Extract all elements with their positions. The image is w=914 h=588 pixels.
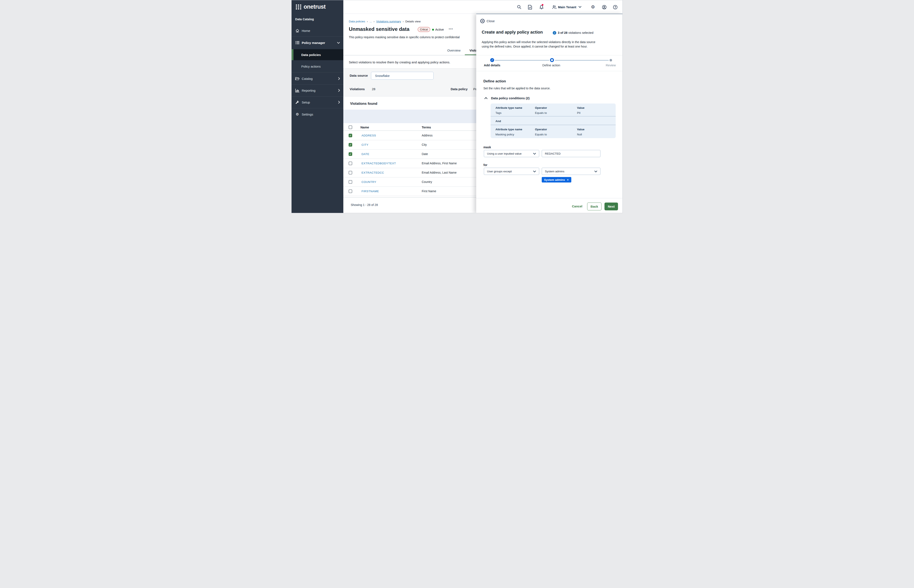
panel-description: Applying this policy action will resolve… [482,40,608,49]
define-action-heading: Define action [484,79,506,83]
sidebar-item-reporting[interactable]: Reporting [291,86,343,95]
for-selector-dropdown[interactable]: User groups except [484,168,539,175]
row-name-link[interactable]: CITY [361,143,369,146]
cond-header-op: Operator [535,106,547,110]
for-group-dropdown[interactable]: System admins [542,168,600,175]
cancel-button[interactable]: Cancel [572,204,582,208]
breadcrumb-ellipsis[interactable]: ... [369,20,372,23]
policy-manager-list-icon [295,41,299,44]
row-checkbox[interactable]: ✓ [349,143,352,147]
mask-method-dropdown[interactable]: Using a user inputted value [484,150,539,157]
page-title: Unmasked sensitive data [349,26,409,32]
chevron-right-icon [338,89,340,92]
back-button[interactable]: Back [587,202,602,210]
row-name-link[interactable]: ADDRESS [361,134,376,137]
setup-wrench-icon [295,100,299,104]
violations-count-label: Violations [349,87,365,91]
breadcrumb-separator: › [374,20,375,23]
row-terms: Country [422,180,432,184]
row-terms: City [422,143,427,146]
cond-rule2-val: Null [577,133,582,136]
notifications-bell-icon[interactable] [539,5,544,10]
row-name-link[interactable]: EXTRACTEDBODYTEXT [361,162,396,165]
sidebar-item-setup[interactable]: Setup [291,98,343,107]
chevron-down-icon [594,170,597,172]
row-checkbox[interactable] [349,162,352,165]
chip-remove-icon[interactable]: ✕ [567,178,569,181]
data-source-label: Data source [349,74,368,77]
row-name-link[interactable]: COUNTRY [361,180,376,184]
chevron-down-icon [533,153,536,155]
breadcrumb-current: Details view [406,20,421,23]
conditions-collapse-toggle[interactable]: Data policy conditions (2) [484,96,530,100]
topbar: Main Tenant ⚙ [343,0,623,14]
next-button[interactable]: Next [605,202,618,210]
product-name: Data Catalog [295,18,314,21]
for-label: for [484,163,487,166]
active-status-dot [432,29,434,31]
tenant-name[interactable]: Main Tenant [558,5,576,9]
row-checkbox[interactable] [349,171,352,174]
row-checkbox[interactable]: ✓ [349,152,352,156]
conditions-box: Attribute type name Operator Value Tags … [490,103,616,138]
sidebar-item-home[interactable]: Home [291,26,343,35]
tab-overview[interactable]: Overview [447,48,461,52]
severity-badge: Critical [418,27,430,32]
more-menu-button[interactable]: ••• [449,27,453,31]
sidebar-item-policy-manager[interactable]: Policy manager [291,38,343,47]
row-checkbox[interactable] [349,189,352,193]
policy-action-panel: Close Create and apply policy action i 3… [476,14,623,213]
helper-text: Select violations to resolve them by cre… [349,60,450,64]
document-check-icon[interactable] [528,5,532,10]
sidebar-item-data-policies[interactable]: Data policies [291,49,343,60]
policy-description: This policy requires masking sensitive d… [349,36,476,39]
step-label-review: Review [606,64,616,67]
close-arrow-icon [480,19,485,23]
settings-gear-icon: ⚙ [295,112,299,116]
sidebar: onetrust Data Catalog Home Policy manage… [291,0,343,213]
sidebar-item-settings[interactable]: ⚙ Settings [291,110,343,119]
cond-rule2-op: Equals to [535,133,547,136]
column-header-terms[interactable]: Terms [422,126,431,129]
define-action-subheading: Set the rules that will be applied to th… [484,87,551,90]
search-icon[interactable] [517,5,521,9]
row-checkbox[interactable] [349,180,352,184]
cond-join: And [495,120,501,123]
selected-group-chip: System admins ✕ [542,177,571,183]
home-icon [295,29,299,33]
close-panel-button[interactable]: Close [480,19,495,23]
mask-value-input[interactable]: REDACTED [542,150,600,157]
info-icon: i [553,31,556,35]
settings-gear-icon[interactable]: ⚙ [591,5,595,10]
breadcrumb-violations-summary[interactable]: Violations summary [376,20,401,23]
onetrust-logo: onetrust [296,3,325,10]
cond-header-op: Operator [535,128,547,131]
row-terms: Email Address, Last Name [422,171,456,174]
account-icon[interactable] [602,5,607,10]
sidebar-item-catalog[interactable]: Catalog [291,74,343,83]
data-policy-label: Data policy [451,87,468,91]
cond-header-attr: Attribute type name [495,106,522,110]
breadcrumb-data-policies[interactable]: Data policies [349,20,365,23]
tenant-people-icon [552,5,557,9]
chevron-down-icon[interactable] [579,6,581,8]
selection-info: 3 of 28 violations selected [558,31,593,34]
logo-wordmark: onetrust [304,3,325,10]
data-source-input[interactable]: Snowflake [371,72,434,80]
row-terms: Date [422,152,428,156]
selected-indicator [291,49,293,60]
help-icon[interactable] [613,5,618,10]
breadcrumb-separator: › [403,20,404,23]
select-all-checkbox[interactable] [349,126,352,129]
status-label: Active [435,27,444,31]
sidebar-item-policy-actions[interactable]: Policy actions [291,62,343,71]
row-checkbox[interactable]: ✓ [349,134,352,137]
cond-rule1-val: PII [577,111,581,115]
app-window: onetrust Data Catalog Home Policy manage… [291,0,623,213]
row-name-link[interactable]: EXTRACTEDCC [361,171,384,174]
row-name-link[interactable]: DATE [361,152,369,156]
column-header-name[interactable]: Name [361,126,369,129]
row-terms: First Name [422,189,436,193]
row-name-link[interactable]: FIRSTNAME [361,190,379,193]
notification-dot [542,4,544,6]
